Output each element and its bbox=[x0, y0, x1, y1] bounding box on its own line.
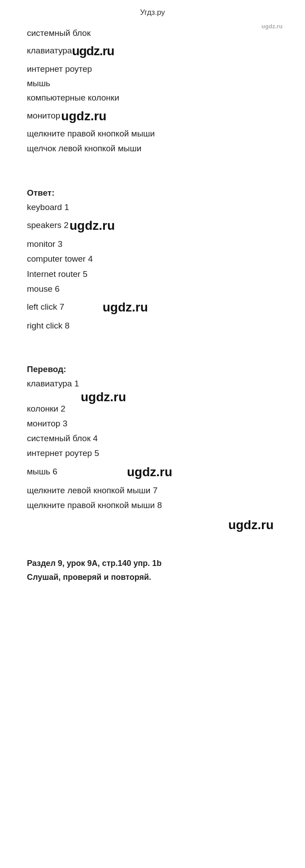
answer-item-4: computer tower 4 bbox=[27, 251, 278, 266]
answer-item-6: mouse 6 bbox=[27, 281, 278, 296]
vocab-item-2: клавиатураugdz.ru bbox=[27, 40, 278, 62]
answer-item-5: Internet router 5 bbox=[27, 267, 278, 281]
page: Угдз.ру системный блок клавиатураugdz.ru… bbox=[0, 0, 305, 597]
translation-item-2: колонки 2 bbox=[27, 401, 278, 416]
vocab-item-1: системный блок bbox=[27, 26, 278, 40]
answer-item-2: speakers 2ugdz.ru bbox=[27, 215, 278, 237]
vocab-item-5: компьютерные колонки bbox=[27, 91, 278, 105]
answer-section: Ответ: keyboard 1 speakers 2ugdz.ru moni… bbox=[0, 176, 305, 337]
footer-line2: Слушай, проверяй и повторяй. bbox=[27, 570, 278, 584]
translation-item-4: системный блок 4 bbox=[27, 431, 278, 446]
answer-item-3: monitor 3 bbox=[27, 237, 278, 251]
answer-item-1: keyboard 1 bbox=[27, 200, 278, 215]
answer-item-7: left click 7 ugdz.ru bbox=[27, 296, 278, 318]
answer-label: Ответ: bbox=[27, 188, 278, 198]
translation-item-6: мышь 6 ugdz.ru bbox=[27, 461, 278, 483]
vocab-item-3: интернет роутер bbox=[27, 62, 278, 76]
translation-item-8: щелкните правой кнопкой мыши 8 bbox=[27, 498, 278, 513]
site-title: Угдз.ру bbox=[0, 4, 305, 22]
vocab-item-7: щелкните правой кнопкой мыши bbox=[27, 127, 278, 141]
translation-section: Перевод: клавиатура 1 ugdz.ru колонки 2 … bbox=[0, 353, 305, 536]
vocab-item-4: мышь bbox=[27, 76, 278, 91]
translation-item-5: интернет роутер 5 bbox=[27, 446, 278, 460]
vocab-item-8: щелчок левой кнопкой мыши bbox=[27, 141, 278, 156]
vocab-section: системный блок клавиатураugdz.ru интерне… bbox=[0, 22, 305, 160]
vocab-item-6: мониторugdz.ru ugdz.ru bbox=[27, 105, 278, 127]
footer-section: Раздел 9, урок 9А, стр.140 упр. 1b Слуша… bbox=[0, 552, 305, 593]
translation-item-1: клавиатура 1 ugdz.ru bbox=[27, 376, 278, 391]
footer-line1: Раздел 9, урок 9А, стр.140 упр. 1b bbox=[27, 557, 278, 570]
translation-label: Перевод: bbox=[27, 364, 278, 374]
answer-item-8: right click 8 bbox=[27, 318, 278, 333]
translation-item-3: монитор 3 bbox=[27, 416, 278, 431]
site-name: Угдз.ру bbox=[140, 8, 165, 17]
translation-item-7: щелкните левой кнопкой мыши 7 bbox=[27, 483, 278, 498]
